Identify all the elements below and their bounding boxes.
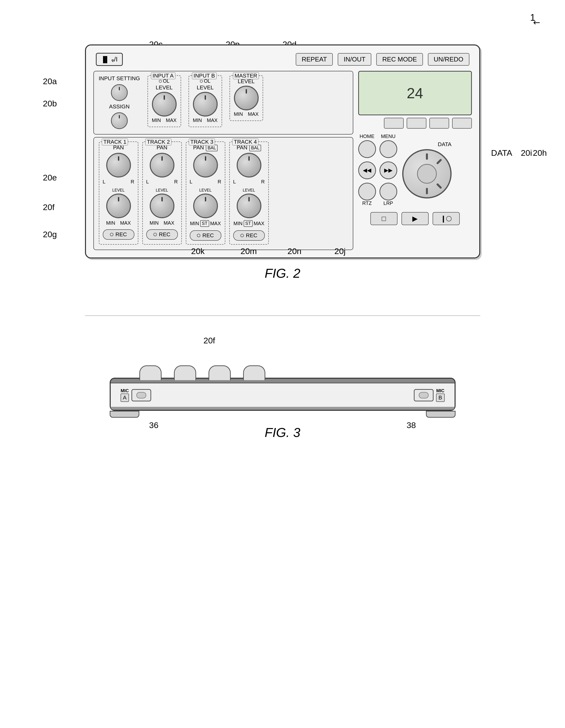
lrp-button[interactable] bbox=[380, 183, 397, 200]
track-3-min-max: MIN ST MAX bbox=[190, 220, 221, 227]
track-3-level-label: LEVEL bbox=[199, 188, 212, 193]
device-side-body: MIC A M bbox=[110, 365, 456, 418]
knob-top-1 bbox=[139, 365, 161, 380]
track-3-level-row: LEVEL MIN ST MAX bbox=[190, 188, 221, 227]
track-4-lr: L R bbox=[233, 179, 265, 185]
track-3-lr: L R bbox=[190, 179, 221, 185]
small-btn-2[interactable] bbox=[407, 118, 426, 129]
dial-slot-nw bbox=[436, 183, 442, 189]
track-4-rec-button[interactable]: REC bbox=[233, 230, 265, 241]
track-1-level-label: LEVEL bbox=[112, 188, 125, 193]
page-container: 1 ↙ 20c 20p 20d 20a 20b 20e 20f 20g bbox=[0, 0, 565, 728]
inout-button[interactable]: IN/OUT bbox=[338, 53, 371, 66]
mic-a-label-group: MIC A bbox=[120, 388, 129, 402]
knob-top-2 bbox=[174, 365, 196, 380]
track-1-group: TRACK 1 PAN L R LEVEL bbox=[99, 141, 138, 245]
fig3-label: FIG. 3 bbox=[60, 425, 505, 440]
side-device: MIC A M bbox=[110, 378, 456, 411]
feet-spacer bbox=[154, 411, 411, 418]
mic-a-jack[interactable] bbox=[131, 389, 151, 401]
rec-dot-3 bbox=[197, 234, 200, 237]
mic-b-jack-inner bbox=[419, 392, 429, 398]
foot-left bbox=[110, 411, 139, 418]
device-body: ▐▌ ᵩ/I REPEAT IN/OUT REC MODE UN/REDO bbox=[85, 44, 480, 258]
input-a-level-knob[interactable] bbox=[152, 92, 177, 117]
ref-20b: 20b bbox=[43, 99, 57, 108]
input-b-label: INPUT B bbox=[192, 72, 217, 79]
rec-play-icon: ❙ bbox=[441, 215, 446, 223]
small-buttons-row bbox=[358, 118, 472, 129]
menu-button[interactable] bbox=[380, 140, 397, 158]
track-4-pan-knob[interactable] bbox=[237, 153, 261, 177]
track-3-pan-knob[interactable] bbox=[193, 153, 218, 177]
display-screen: 24 bbox=[358, 71, 472, 115]
track-1-lr: L R bbox=[103, 179, 134, 185]
ref-20h: 20h bbox=[533, 148, 547, 158]
track-4-level-knob[interactable] bbox=[237, 194, 261, 218]
track-2-level-knob[interactable] bbox=[150, 194, 174, 218]
assign-knob[interactable] bbox=[111, 112, 128, 129]
track-1-level-row: LEVEL MIN MAX bbox=[106, 188, 131, 226]
rtz-button[interactable] bbox=[358, 183, 376, 200]
rec-dot-2 bbox=[153, 233, 157, 236]
data-dial[interactable] bbox=[402, 149, 452, 198]
input-section: INPUT SETTING ASSIGN INPUT A bbox=[93, 71, 353, 135]
side-panel: MIC A M bbox=[111, 383, 455, 407]
input-setting-knob[interactable] bbox=[111, 84, 128, 101]
tracks-row: TRACK 1 PAN L R LEVEL bbox=[99, 141, 348, 245]
nav-buttons: HOME MENU bbox=[358, 134, 397, 206]
track-3-level-knob[interactable] bbox=[193, 194, 218, 218]
track-2-level-label: LEVEL bbox=[156, 188, 168, 193]
input-b-min-max: MIN MAX bbox=[193, 118, 218, 123]
fig3-section: 20f MIC A bbox=[60, 346, 505, 440]
knob-protrusions bbox=[110, 365, 456, 380]
fig2-label: FIG. 2 bbox=[60, 266, 505, 281]
repeat-button[interactable]: REPEAT bbox=[296, 53, 333, 66]
small-btn-3[interactable] bbox=[429, 118, 449, 129]
stop-button[interactable]: □ bbox=[370, 212, 398, 225]
dial-inner bbox=[417, 164, 437, 184]
track-4-label: TRACK 4 bbox=[232, 138, 259, 145]
ref-36: 36 bbox=[149, 420, 159, 430]
master-level-knob[interactable] bbox=[234, 86, 259, 110]
small-btn-4[interactable] bbox=[452, 118, 472, 129]
home-button[interactable] bbox=[358, 140, 376, 158]
display-number: 24 bbox=[407, 85, 423, 102]
rtz-label: RTZ bbox=[362, 200, 372, 206]
track-4-group: TRACK 4 PAN BAL L R bbox=[229, 141, 269, 245]
forward-button[interactable]: ▶▶ bbox=[380, 161, 397, 179]
track-3-bal: BAL bbox=[206, 145, 218, 151]
unredo-button[interactable]: UN/REDO bbox=[428, 53, 469, 66]
input-setting-label: INPUT SETTING bbox=[99, 75, 140, 82]
track-2-rec-button[interactable]: REC bbox=[146, 229, 178, 240]
track-1-level-knob[interactable] bbox=[106, 194, 131, 218]
input-b-level-knob[interactable] bbox=[193, 92, 218, 117]
small-btn-1[interactable] bbox=[384, 118, 404, 129]
rec-play-button[interactable]: ❙ bbox=[433, 212, 460, 225]
data-dial-group: DATA bbox=[402, 141, 452, 198]
recmode-button[interactable]: REC MODE bbox=[376, 53, 423, 66]
track-3-rec-button[interactable]: REC bbox=[190, 230, 221, 241]
rewind-button[interactable]: ◀◀ bbox=[358, 161, 376, 179]
master-knob-group: LEVEL MIN MAX bbox=[234, 78, 259, 117]
dial-slot-ne bbox=[436, 158, 442, 164]
power-button[interactable]: ▐▌ ᵩ/I bbox=[96, 53, 123, 66]
section-divider bbox=[85, 315, 480, 316]
input-b-group: INPUT B OL LEVEL bbox=[188, 75, 222, 127]
track-1-min-max: MIN MAX bbox=[106, 220, 131, 226]
left-panel: INPUT SETTING ASSIGN INPUT A bbox=[93, 71, 353, 250]
play-button[interactable]: ▶ bbox=[402, 212, 429, 225]
master-group: MASTER LEVEL MIN MAX bbox=[229, 75, 263, 121]
track-3-st: ST bbox=[200, 220, 209, 227]
track-1-pan-knob[interactable] bbox=[106, 153, 131, 177]
foot-right bbox=[426, 411, 456, 418]
track-3-label: TRACK 3 bbox=[189, 138, 215, 145]
track-1-rec-button[interactable]: REC bbox=[103, 229, 134, 240]
track-2-pan-knob[interactable] bbox=[150, 153, 174, 177]
master-label: MASTER bbox=[233, 72, 259, 79]
ref-fig3-20f: 20f bbox=[203, 336, 215, 345]
input-top-row: INPUT SETTING ASSIGN INPUT A bbox=[99, 75, 348, 129]
ol-dot-b bbox=[200, 80, 203, 83]
input-a-knob-group: OL LEVEL MIN MAX bbox=[152, 78, 177, 123]
mic-b-jack[interactable] bbox=[414, 389, 434, 401]
